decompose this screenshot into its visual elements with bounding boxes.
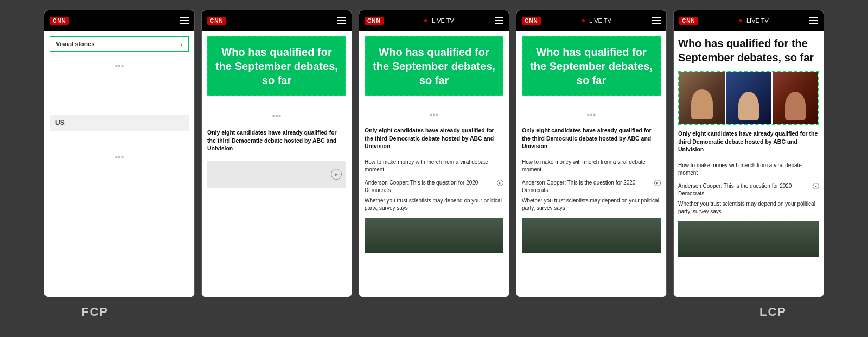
debate-image-2 [726, 72, 771, 124]
phone-frame-2: CNN Who has qualified for the September … [201, 10, 352, 297]
live-dot-4 [582, 19, 585, 22]
live-tv-label-3: LIVE TV [432, 17, 454, 24]
screenshots-row: CNN Visual stories › ••• US ••• CNN [0, 0, 868, 302]
hamburger-icon-4[interactable] [652, 17, 661, 24]
cnn-bar-right-3: LIVE TV [424, 17, 454, 24]
cnn-logo-4: CNN [522, 17, 541, 25]
lcp-label: LCP [760, 305, 787, 319]
labels-row: FCP LCP [0, 305, 868, 319]
headline-text-4: Who has qualified for the September deba… [529, 45, 653, 87]
play-icon-4-2[interactable] [654, 180, 661, 186]
hamburger-icon-1[interactable] [180, 17, 189, 24]
loading-dots-2: ••• [50, 152, 189, 162]
phone-content-4: Who has qualified for the September deba… [516, 31, 666, 297]
us-label: US [50, 115, 189, 131]
fcp-label: FCP [81, 305, 108, 319]
phone-frame-1: CNN Visual stories › ••• US ••• [44, 10, 195, 297]
visual-stories-label: Visual stories [56, 41, 94, 47]
cnn-bar-4: CNN LIVE TV [516, 10, 666, 31]
headline-box-3: Who has qualified for the September deba… [365, 36, 503, 96]
bottom-thumbnail-5 [678, 221, 819, 257]
sub-article-5-3: Whether you trust scientists may depend … [678, 200, 819, 218]
arrow-right-icon: › [181, 40, 183, 48]
article-content-5: Only eight candidates have already quali… [674, 128, 824, 259]
main-article-4: Only eight candidates have already quali… [522, 126, 661, 150]
sub-article-3-1: How to make money with merch from a vira… [365, 158, 503, 176]
sub-article-4-2: Anderson Cooper: This is the question fo… [522, 179, 661, 194]
cnn-bar-2: CNN [202, 10, 352, 31]
hamburger-icon-3[interactable] [495, 17, 503, 24]
cnn-bar-1: CNN [44, 10, 194, 31]
bottom-thumbnail-3 [365, 218, 503, 253]
hamburger-icon-2[interactable] [337, 17, 346, 24]
video-play-button[interactable] [331, 169, 342, 180]
cnn-logo-1: CNN [50, 17, 69, 25]
live-tv-label-5: LIVE TV [746, 17, 769, 24]
cnn-logo-3: CNN [365, 17, 384, 25]
live-dot-3 [424, 19, 427, 22]
phone-content-3: Who has qualified for the September deba… [359, 31, 509, 297]
phone-frame-5: CNN LIVE TV Who has qualified for the Se… [673, 10, 824, 297]
cnn-bar-5: CNN LIVE TV [674, 10, 824, 31]
phone-frame-3: CNN LIVE TV Who has qualified for the Se… [359, 10, 509, 297]
main-article-2: Only eight candidates have already quali… [207, 129, 346, 152]
play-icon-5-2[interactable] [813, 183, 819, 189]
main-article-3: Only eight candidates have already quali… [365, 126, 503, 150]
debate-images [678, 71, 819, 125]
sub-article-5-2: Anderson Cooper: This is the question fo… [678, 182, 819, 198]
loading-dots-4: ••• [365, 110, 503, 120]
debate-image-3 [773, 72, 818, 124]
article-content-4: ••• Only eight candidates have already q… [516, 101, 666, 258]
phone-content-2: Who has qualified for the September deba… [202, 31, 352, 297]
hamburger-icon-5[interactable] [809, 17, 818, 24]
bottom-thumbnail-4 [522, 218, 661, 253]
play-icon-3-2[interactable] [497, 180, 503, 186]
headline-text-2: Who has qualified for the September deba… [215, 45, 339, 87]
sub-article-4-1: How to make money with merch from a vira… [522, 158, 661, 176]
phone-content-5: Who has qualified for the September deba… [674, 31, 824, 297]
sub-article-4-3: Whether you trust scientists may depend … [522, 197, 661, 215]
live-tv-label-4: LIVE TV [589, 17, 611, 24]
debate-image-1 [679, 72, 725, 124]
headline-box-2: Who has qualified for the September deba… [207, 36, 346, 96]
sub-article-5-1: How to make money with merch from a vira… [678, 162, 819, 180]
phone-frame-4: CNN LIVE TV Who has qualified for the Se… [516, 10, 667, 297]
cnn-bar-3: CNN LIVE TV [359, 10, 509, 31]
main-article-5: Only eight candidates have already quali… [678, 130, 819, 154]
loading-dots-3: ••• [207, 111, 346, 121]
sub-article-3-3: Whether you trust scientists may depend … [365, 197, 503, 215]
cnn-bar-right-5: LIVE TV [739, 17, 769, 24]
cnn-logo-2: CNN [207, 17, 226, 25]
loading-dots-5: ••• [522, 110, 661, 120]
headline-text-3: Who has qualified for the September deba… [372, 45, 496, 87]
visual-stories-bar[interactable]: Visual stories › [50, 36, 189, 52]
sub-article-3-2: Anderson Cooper: This is the question fo… [365, 179, 503, 194]
cnn-logo-5: CNN [679, 17, 698, 25]
cnn-bar-right-4: LIVE TV [582, 17, 611, 24]
video-placeholder [207, 161, 346, 188]
headline-text-5: Who has qualified for the September deba… [678, 34, 819, 67]
phone-content-1: Visual stories › ••• US ••• [44, 31, 194, 297]
live-dot-5 [739, 19, 742, 22]
headline-box-4: Who has qualified for the September deba… [522, 36, 661, 96]
article-content-2: ••• Only eight candidates have already q… [202, 101, 352, 195]
article-content-3: ••• Only eight candidates have already q… [359, 101, 509, 258]
loading-dots-1: ••• [50, 61, 189, 71]
